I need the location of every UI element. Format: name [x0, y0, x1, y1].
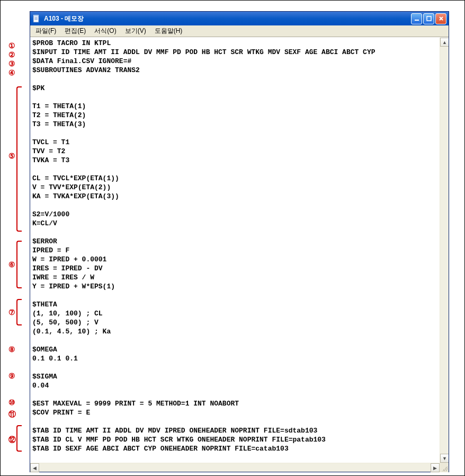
text-content[interactable]: $PROB TACRO IN KTPL $INPUT ID TIME AMT I… — [30, 38, 440, 463]
menubar: 파일(F) 편집(E) 서식(O) 보기(V) 도움말(H) — [30, 25, 449, 37]
annotation-2: ② — [8, 50, 15, 59]
titlebar[interactable]: A103 - 메모장 — [30, 12, 449, 25]
svg-rect-6 — [427, 16, 431, 21]
notepad-window: A103 - 메모장 파일(F) 편집(E) 서식(O) 보기(V) 도움말(H… — [30, 11, 449, 472]
annotation-3: ③ — [8, 59, 15, 68]
annotation-5: ⑤ — [8, 152, 15, 160]
scroll-track-h[interactable] — [39, 463, 431, 472]
maximize-button[interactable] — [423, 13, 434, 24]
horizontal-scrollbar[interactable]: ◀ ▶ — [30, 463, 449, 472]
vertical-scrollbar[interactable]: ▲ ▼ — [440, 38, 449, 463]
annotation-7: ⑦ — [8, 308, 15, 316]
minimize-button[interactable] — [411, 13, 422, 24]
menu-edit[interactable]: 편집(E) — [61, 25, 89, 37]
svg-rect-1 — [33, 15, 39, 16]
notepad-icon — [32, 14, 41, 23]
bracket-12 — [16, 425, 22, 452]
scroll-left-button[interactable]: ◀ — [30, 463, 39, 472]
resize-grip[interactable] — [440, 463, 449, 472]
menu-view[interactable]: 보기(V) — [122, 25, 149, 37]
menu-format[interactable]: 서식(O) — [91, 25, 119, 37]
annotation-12: ⑫ — [8, 435, 16, 445]
annotation-6: ⑥ — [8, 260, 15, 269]
bracket-5 — [16, 86, 22, 232]
annotation-4: ④ — [8, 68, 15, 77]
menu-help[interactable]: 도움말(H) — [151, 25, 186, 37]
annotation-11: ⑪ — [8, 410, 16, 419]
annotation-9: ⑨ — [8, 372, 15, 380]
bracket-6 — [16, 241, 22, 288]
close-button[interactable] — [435, 13, 446, 24]
annotation-8: ⑧ — [8, 345, 15, 354]
window-title: A103 - 메모장 — [44, 14, 408, 23]
menu-file[interactable]: 파일(F) — [32, 25, 59, 37]
annotation-1: ① — [8, 41, 15, 50]
annotation-10: ⑩ — [8, 398, 15, 407]
scroll-up-button[interactable]: ▲ — [440, 38, 449, 47]
scroll-right-button[interactable]: ▶ — [431, 463, 440, 472]
bracket-7 — [16, 299, 22, 325]
scroll-track-v[interactable] — [440, 47, 449, 454]
svg-rect-5 — [415, 20, 419, 21]
scroll-down-button[interactable]: ▼ — [440, 454, 449, 463]
